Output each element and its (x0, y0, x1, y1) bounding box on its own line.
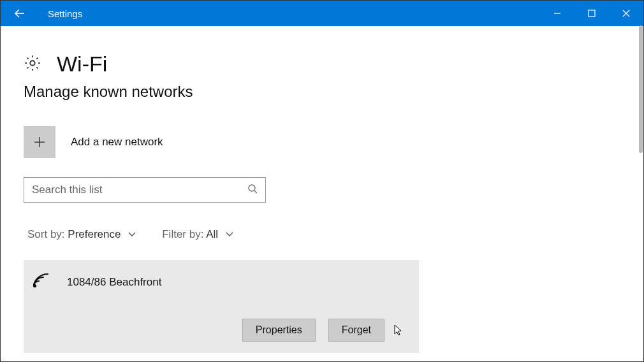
window-title: Settings (39, 8, 82, 19)
sort-label: Sort by: (27, 228, 65, 240)
search-icon (247, 184, 258, 196)
svg-point-8 (249, 185, 255, 191)
page-title: Wi-Fi (57, 52, 107, 76)
chevron-down-icon (225, 228, 234, 241)
sort-by-dropdown[interactable]: Sort by: Preference (27, 228, 136, 241)
minimize-button[interactable] (540, 1, 574, 26)
network-row: 1084/86 Beachfront (31, 272, 404, 293)
filter-label: Filter by: (162, 228, 203, 240)
page-header: Wi-Fi (24, 52, 620, 76)
properties-button[interactable]: Properties (242, 319, 316, 342)
minimize-icon (553, 10, 561, 17)
maximize-button[interactable] (574, 1, 609, 26)
svg-rect-2 (589, 10, 595, 17)
scrollbar[interactable] (639, 25, 643, 153)
forget-button[interactable]: Forget (328, 319, 384, 342)
back-button[interactable] (1, 1, 39, 26)
page-subheading: Manage known networks (24, 83, 620, 101)
close-button[interactable] (609, 1, 643, 26)
network-item[interactable]: 1084/86 Beachfront Properties Forget (24, 260, 419, 353)
add-network-button[interactable]: Add a new network (24, 126, 620, 158)
add-icon-box (24, 126, 55, 158)
filter-value: All (206, 228, 218, 240)
cursor-icon (393, 324, 404, 339)
plus-icon (32, 134, 47, 150)
close-icon (622, 10, 630, 17)
svg-point-10 (33, 284, 36, 287)
network-buttons: Properties Forget (31, 319, 404, 342)
search-input[interactable] (32, 184, 247, 196)
gear-icon (24, 54, 41, 75)
search-box[interactable] (24, 177, 266, 203)
chevron-down-icon (128, 228, 136, 241)
maximize-icon (588, 10, 596, 17)
svg-line-9 (254, 191, 257, 193)
filter-row: Sort by: Preference Filter by: All (24, 228, 620, 241)
content-area: Wi-Fi Manage known networks Add a new ne… (1, 26, 643, 361)
network-name: 1084/86 Beachfront (67, 276, 161, 289)
back-arrow-icon (13, 7, 26, 20)
sort-value: Preference (68, 228, 121, 240)
svg-point-5 (30, 61, 34, 65)
wifi-icon (31, 272, 53, 293)
titlebar: Settings (1, 1, 643, 26)
filter-by-dropdown[interactable]: Filter by: All (162, 228, 234, 241)
add-network-label: Add a new network (71, 136, 163, 148)
